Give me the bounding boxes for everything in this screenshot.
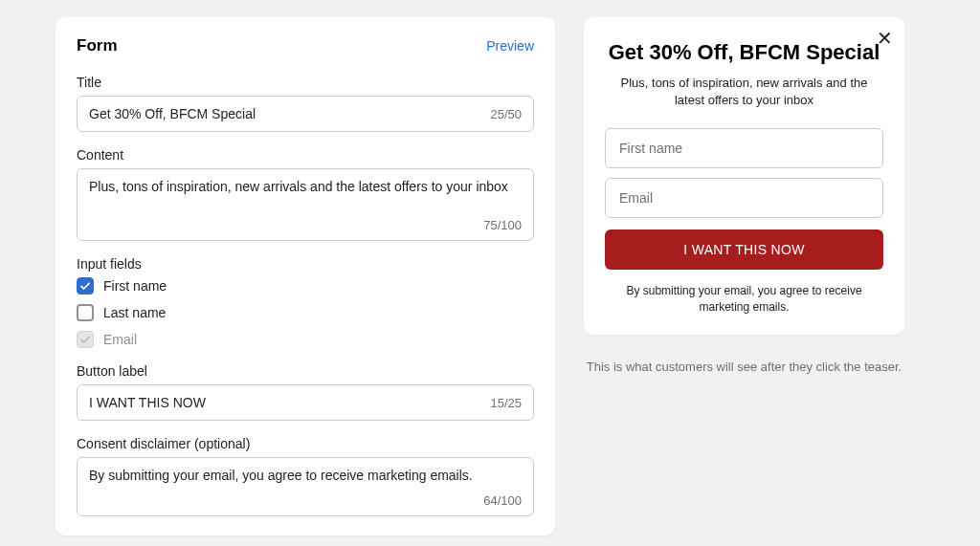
button-label-label: Button label <box>77 363 534 379</box>
consent-label: Consent disclaimer (optional) <box>77 436 534 451</box>
preview-subheading: Plus, tons of inspiration, new arrivals … <box>605 75 883 109</box>
close-icon[interactable]: ✕ <box>877 29 893 48</box>
preview-hint-text: This is what customers will see after th… <box>584 360 904 374</box>
check-icon <box>79 280 91 292</box>
checkbox-first-name[interactable] <box>77 277 94 295</box>
checkbox-row-first-name[interactable]: First name <box>77 277 534 295</box>
content-textarea[interactable]: Plus, tons of inspiration, new arrivals … <box>78 169 533 236</box>
checkbox-email <box>77 331 94 348</box>
title-input[interactable] <box>78 97 533 131</box>
preview-disclaimer: By submitting your email, you agree to r… <box>605 283 883 316</box>
preview-first-name-input[interactable] <box>605 128 883 168</box>
content-label: Content <box>77 147 534 163</box>
checkbox-row-email: Email <box>77 331 534 348</box>
check-icon <box>79 334 91 345</box>
checkbox-label: Email <box>103 332 137 347</box>
preview-popup-card: ✕ Get 30% Off, BFCM Special Plus, tons o… <box>584 17 904 335</box>
preview-link[interactable]: Preview <box>486 38 534 54</box>
consent-counter: 64/100 <box>483 493 522 508</box>
title-counter: 25/50 <box>490 107 522 121</box>
preview-email-input[interactable] <box>605 178 883 218</box>
section-title: Form <box>77 36 118 55</box>
checkbox-label: Last name <box>103 305 166 320</box>
button-label-counter: 15/25 <box>490 396 522 410</box>
checkbox-label: First name <box>103 278 167 294</box>
checkbox-last-name[interactable] <box>77 304 94 321</box>
input-fields-label: Input fields <box>77 256 534 272</box>
consent-textarea[interactable]: By submitting your email, you agree to r… <box>78 458 533 512</box>
content-counter: 75/100 <box>483 218 522 232</box>
preview-heading: Get 30% Off, BFCM Special <box>605 40 883 65</box>
preview-submit-button[interactable]: I WANT THIS NOW <box>605 229 883 270</box>
title-label: Title <box>77 75 534 90</box>
form-editor-card: Form Preview Title 25/50 Content Plus, t… <box>56 17 555 535</box>
checkbox-row-last-name[interactable]: Last name <box>77 304 534 321</box>
button-label-input[interactable] <box>78 385 533 420</box>
